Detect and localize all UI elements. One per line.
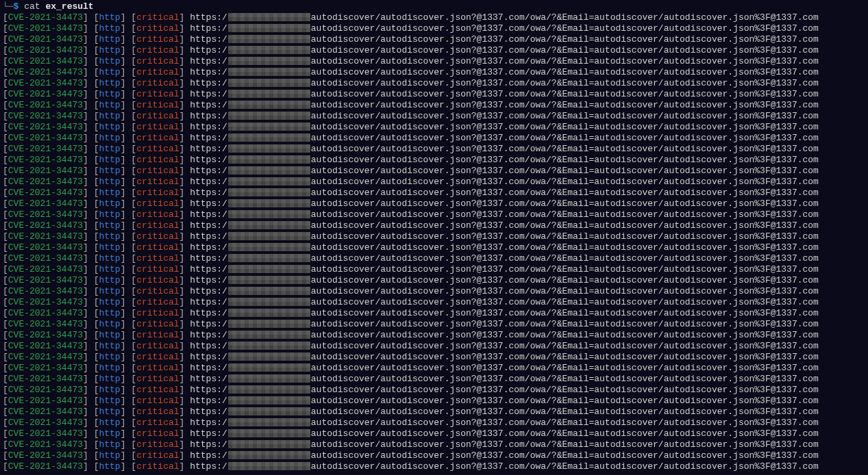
url-path: autodiscover/autodiscover.json?@1337.com… — [311, 67, 819, 77]
cve-id: CVE-2021-34473 — [8, 198, 83, 209]
bracket-close: ] — [121, 100, 126, 110]
severity: critical — [136, 111, 179, 121]
bracket-close: ] — [179, 12, 185, 23]
url-scheme: https:/ — [190, 209, 227, 220]
bracket-close: ] — [121, 286, 126, 296]
cve-id: CVE-2021-34473 — [8, 297, 83, 307]
terminal-window[interactable]: └─$ cat ex_result [CVE-2021-34473] [http… — [0, 0, 868, 475]
bracket-close: ] — [179, 450, 185, 461]
protocol: http — [99, 220, 120, 231]
protocol: http — [99, 297, 120, 307]
protocol: http — [99, 396, 120, 406]
url-scheme: https:/ — [190, 319, 227, 329]
url-scheme: https:/ — [190, 23, 227, 34]
bracket-close: ] — [121, 177, 126, 187]
bracket-open: [ — [3, 341, 8, 351]
output-line: [CVE-2021-34473] [http] [critical] https… — [3, 363, 865, 374]
prompt-branch-glyph: └─ — [3, 1, 14, 12]
output-line: [CVE-2021-34473] [http] [critical] https… — [3, 133, 865, 144]
bracket-close: ] — [83, 242, 88, 253]
output-line: [CVE-2021-34473] [http] [critical] https… — [3, 308, 865, 319]
bracket-open: [ — [3, 188, 8, 198]
bracket-close: ] — [121, 396, 126, 406]
bracket-close: ] — [179, 188, 185, 198]
severity: critical — [136, 396, 179, 406]
url-path: autodiscover/autodiscover.json?@1337.com… — [311, 155, 819, 165]
bracket-close: ] — [121, 363, 126, 373]
bracket-open: [ — [131, 67, 136, 77]
url-path: autodiscover/autodiscover.json?@1337.com… — [311, 308, 819, 318]
redacted-host-icon — [228, 13, 310, 21]
bracket-close: ] — [179, 122, 185, 132]
bracket-close: ] — [83, 396, 88, 406]
bracket-open: [ — [3, 319, 8, 329]
cve-id: CVE-2021-34473 — [8, 34, 83, 44]
bracket-close: ] — [121, 220, 126, 231]
url-path: autodiscover/autodiscover.json?@1337.com… — [311, 133, 819, 143]
protocol: http — [99, 89, 120, 99]
bracket-open: [ — [131, 209, 136, 220]
url-path: autodiscover/autodiscover.json?@1337.com… — [311, 450, 819, 461]
bracket-close: ] — [121, 418, 126, 428]
protocol: http — [99, 461, 120, 472]
bracket-open: [ — [3, 428, 8, 439]
output-line: [CVE-2021-34473] [http] [critical] https… — [3, 122, 865, 133]
severity: critical — [136, 209, 179, 220]
url-scheme: https:/ — [190, 286, 227, 296]
output-line: [CVE-2021-34473] [http] [critical] https… — [3, 144, 865, 155]
url-scheme: https:/ — [190, 198, 227, 209]
redacted-host-icon — [228, 210, 310, 218]
redacted-host-icon — [228, 112, 310, 120]
url-scheme: https:/ — [190, 122, 227, 132]
output-line: [CVE-2021-34473] [http] [critical] https… — [3, 352, 865, 363]
severity: critical — [136, 297, 179, 307]
redacted-host-icon — [228, 254, 310, 262]
redacted-host-icon — [228, 429, 310, 437]
bracket-open: [ — [131, 12, 136, 23]
bracket-close: ] — [179, 363, 185, 373]
severity: critical — [136, 418, 179, 428]
protocol: http — [99, 12, 120, 23]
protocol: http — [99, 23, 120, 34]
cve-id: CVE-2021-34473 — [8, 253, 83, 264]
redacted-host-icon — [228, 144, 310, 153]
prompt-dollar: $ — [14, 1, 19, 12]
bracket-close: ] — [83, 188, 88, 198]
bracket-close: ] — [121, 439, 126, 450]
url-path: autodiscover/autodiscover.json?@1337.com… — [311, 23, 819, 34]
redacted-host-icon — [228, 243, 310, 251]
bracket-close: ] — [179, 264, 185, 274]
bracket-open: [ — [3, 34, 8, 44]
protocol: http — [99, 330, 120, 340]
url-path: autodiscover/autodiscover.json?@1337.com… — [311, 275, 819, 285]
bracket-close: ] — [121, 155, 126, 165]
redacted-host-icon — [228, 309, 310, 317]
bracket-open: [ — [131, 308, 136, 318]
url-scheme: https:/ — [190, 166, 227, 176]
output-line: [CVE-2021-34473] [http] [critical] https… — [3, 67, 865, 78]
severity: critical — [136, 319, 179, 329]
output-line: [CVE-2021-34473] [http] [critical] https… — [3, 45, 865, 56]
redacted-host-icon — [228, 298, 310, 306]
bracket-open: [ — [3, 330, 8, 340]
url-path: autodiscover/autodiscover.json?@1337.com… — [311, 122, 819, 132]
bracket-open: [ — [131, 450, 136, 461]
protocol: http — [99, 133, 120, 143]
severity: critical — [136, 23, 179, 34]
bracket-close: ] — [83, 23, 88, 34]
protocol: http — [99, 450, 120, 461]
protocol: http — [99, 308, 120, 318]
cve-id: CVE-2021-34473 — [8, 374, 83, 384]
protocol: http — [99, 231, 120, 242]
cve-id: CVE-2021-34473 — [8, 341, 83, 351]
bracket-close: ] — [83, 220, 88, 231]
url-scheme: https:/ — [190, 253, 227, 264]
severity: critical — [136, 264, 179, 274]
bracket-open: [ — [131, 166, 136, 176]
bracket-open: [ — [3, 275, 8, 285]
bracket-close: ] — [83, 407, 88, 417]
cve-id: CVE-2021-34473 — [8, 428, 83, 439]
bracket-close: ] — [121, 166, 126, 176]
bracket-close: ] — [179, 418, 185, 428]
url-path: autodiscover/autodiscover.json?@1337.com… — [311, 220, 819, 231]
